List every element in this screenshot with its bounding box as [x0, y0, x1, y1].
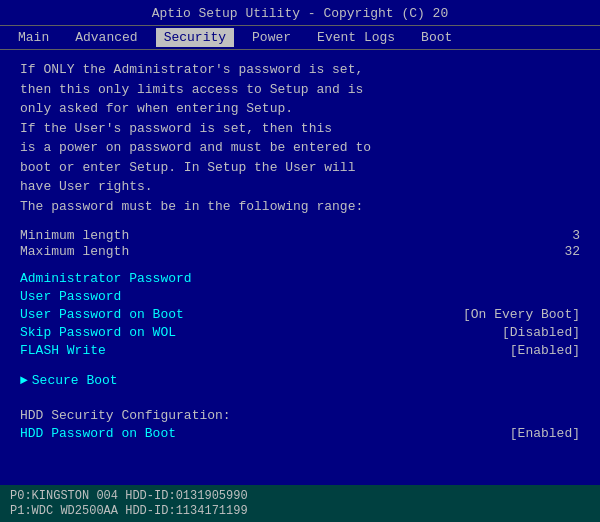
- desc-line-6: boot or enter Setup. In Setup the User w…: [20, 158, 580, 178]
- skip-password-wol-value: [Disabled]: [502, 325, 580, 340]
- menu-item-boot[interactable]: Boot: [413, 28, 460, 47]
- bottom-item-1: P1:WDC WD2500AA HDD-ID:1134171199: [10, 504, 590, 518]
- hdd-password-on-boot-label: HDD Password on Boot: [20, 426, 176, 441]
- menu-bar: Main Advanced Security Power Event Logs …: [0, 25, 600, 50]
- flash-write-label: FLASH Write: [20, 343, 106, 358]
- secure-boot-row[interactable]: ► Secure Boot: [20, 373, 580, 388]
- hdd-password-on-boot-item[interactable]: HDD Password on Boot [Enabled]: [20, 426, 580, 441]
- max-length-row: Maximum length 32: [20, 244, 580, 259]
- user-password-on-boot-item[interactable]: User Password on Boot [On Every Boot]: [20, 307, 580, 322]
- flash-write-value: [Enabled]: [510, 343, 580, 358]
- desc-line-1: If ONLY the Administrator's password is …: [20, 60, 580, 80]
- desc-line-8: The password must be in the following ra…: [20, 197, 580, 217]
- menu-item-power[interactable]: Power: [244, 28, 299, 47]
- bottom-bar: P0:KINGSTON 004 HDD-ID:0131905990 P1:WDC…: [0, 485, 600, 522]
- desc-line-2: then this only limits access to Setup an…: [20, 80, 580, 100]
- desc-line-5: is a power on password and must be enter…: [20, 138, 580, 158]
- description-block: If ONLY the Administrator's password is …: [20, 60, 580, 216]
- title-bar: Aptio Setup Utility - Copyright (C) 20: [0, 0, 600, 25]
- max-length-label: Maximum length: [20, 244, 129, 259]
- min-length-label: Minimum length: [20, 228, 129, 243]
- bottom-item-0: P0:KINGSTON 004 HDD-ID:0131905990: [10, 489, 590, 503]
- admin-password-item[interactable]: Administrator Password: [20, 271, 580, 286]
- desc-line-4: If the User's password is set, then this: [20, 119, 580, 139]
- skip-password-wol-item[interactable]: Skip Password on WOL [Disabled]: [20, 325, 580, 340]
- arrow-icon: ►: [20, 373, 28, 388]
- skip-password-wol-label: Skip Password on WOL: [20, 325, 176, 340]
- menu-item-main[interactable]: Main: [10, 28, 57, 47]
- desc-line-3: only asked for when entering Setup.: [20, 99, 580, 119]
- menu-item-security[interactable]: Security: [156, 28, 234, 47]
- menu-item-advanced[interactable]: Advanced: [67, 28, 145, 47]
- hdd-password-on-boot-value: [Enabled]: [510, 426, 580, 441]
- desc-line-7: have User rights.: [20, 177, 580, 197]
- min-length-value: 3: [572, 228, 580, 243]
- user-password-on-boot-label: User Password on Boot: [20, 307, 184, 322]
- flash-write-item[interactable]: FLASH Write [Enabled]: [20, 343, 580, 358]
- title-text: Aptio Setup Utility - Copyright (C) 20: [152, 6, 448, 21]
- user-password-item[interactable]: User Password: [20, 289, 580, 304]
- secure-boot-label: Secure Boot: [32, 373, 118, 388]
- user-password-on-boot-value: [On Every Boot]: [463, 307, 580, 322]
- menu-item-eventlogs[interactable]: Event Logs: [309, 28, 403, 47]
- max-length-value: 32: [564, 244, 580, 259]
- min-length-row: Minimum length 3: [20, 228, 580, 243]
- main-content: If ONLY the Administrator's password is …: [0, 50, 600, 454]
- hdd-section-header: HDD Security Configuration:: [20, 408, 580, 423]
